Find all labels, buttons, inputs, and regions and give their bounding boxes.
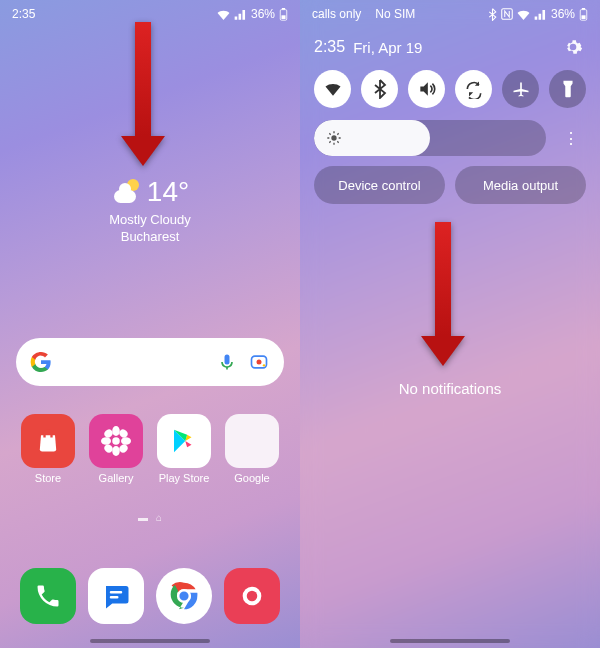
media-output-button[interactable]: Media output [455,166,586,204]
app-gallery[interactable]: Gallery [85,414,147,484]
dock-camera[interactable] [221,568,283,624]
brightness-icon [326,130,342,146]
page-indicator: ▬ ⌂ [0,512,300,523]
qs-sound[interactable] [408,70,445,108]
svg-rect-1 [282,8,285,10]
svg-point-7 [112,426,120,436]
weather-temp: 14° [147,176,189,208]
svg-point-9 [101,437,111,445]
weather-location: Bucharest [121,229,180,244]
status-time: 2:35 [12,7,35,21]
dot-icon: ▬ [138,512,148,523]
battery-icon [279,8,288,21]
brightness-row: ⋮ [300,118,600,166]
google-logo-icon [30,351,52,373]
annotation-arrow [135,22,165,166]
svg-point-19 [247,591,258,602]
svg-point-4 [257,360,262,365]
svg-point-6 [112,437,120,445]
quick-panel: 2:35 Fri, Apr 19 ⋮ Device control Medi [300,0,600,216]
no-notifications-label: No notifications [300,380,600,397]
annotation-arrow [435,222,465,366]
panel-date: Fri, Apr 19 [353,39,422,56]
svg-point-24 [331,135,336,140]
home-screen: 2:35 36% 14° Mostly Cloudy Bucharest [0,0,300,648]
wifi-icon [217,9,230,20]
svg-point-8 [112,446,120,456]
app-play-store[interactable]: Play Store [153,414,215,484]
weather-widget[interactable]: 14° Mostly Cloudy Bucharest [0,176,300,244]
app-label: Play Store [159,472,210,484]
quick-panel-screen: calls only No SIM 36% 2:35 Fri, Ap [300,0,600,648]
svg-point-5 [263,364,265,366]
qs-airplane[interactable] [502,70,539,108]
dock-phone[interactable] [17,568,79,624]
svg-line-31 [337,133,338,134]
device-control-button[interactable]: Device control [314,166,445,204]
app-folder-google[interactable]: Google [221,414,283,484]
app-store[interactable]: Store [17,414,79,484]
search-bar[interactable] [16,338,284,386]
weather-condition: Mostly Cloudy [109,212,191,227]
quick-settings-row [300,64,600,118]
battery-percent: 36% [251,7,275,21]
app-label: Store [35,472,61,484]
svg-rect-2 [281,15,285,19]
voice-search-icon[interactable] [216,351,238,373]
weather-icon [111,177,141,207]
svg-line-30 [337,141,338,142]
settings-button[interactable] [560,34,586,60]
qs-flashlight[interactable] [549,70,586,108]
gesture-bar[interactable] [390,639,510,643]
qs-bluetooth[interactable] [361,70,398,108]
qs-wifi[interactable] [314,70,351,108]
qs-rotate[interactable] [455,70,492,108]
dock-chrome[interactable] [153,568,215,624]
gesture-bar[interactable] [90,639,210,643]
panel-time: 2:35 [314,38,345,56]
dock [0,568,300,624]
brightness-more-icon[interactable]: ⋮ [556,129,586,148]
svg-point-10 [121,437,131,445]
brightness-slider[interactable] [314,120,546,156]
app-label: Gallery [99,472,134,484]
lens-icon[interactable] [248,351,270,373]
app-label: Google [234,472,269,484]
app-row: Store Gallery Play Store Google [0,414,300,484]
svg-line-32 [329,141,330,142]
dock-messages[interactable] [85,568,147,624]
svg-line-29 [329,133,330,134]
signal-icon [234,9,247,20]
home-icon: ⌂ [156,512,162,523]
